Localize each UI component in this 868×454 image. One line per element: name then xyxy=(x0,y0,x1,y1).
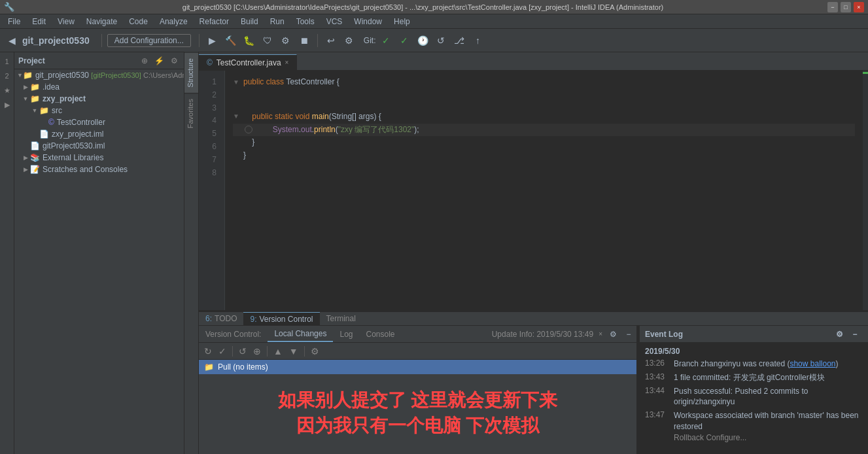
tree-label-tc: TestController xyxy=(57,118,105,127)
minimize-button[interactable]: − xyxy=(827,2,838,12)
vc-tab-console[interactable]: Console xyxy=(359,326,401,342)
menu-code[interactable]: Code xyxy=(124,16,153,27)
tree-arrow-zxy: ▼ xyxy=(21,96,30,102)
menu-edit[interactable]: Edit xyxy=(27,16,51,27)
vc-tab-log[interactable]: Log xyxy=(333,326,359,342)
event-log-gear[interactable]: ⚙ xyxy=(831,326,847,342)
event-sublink-configure[interactable]: Configure... xyxy=(706,433,746,442)
breakpoint-circle[interactable] xyxy=(245,126,252,133)
menu-file[interactable]: File xyxy=(3,16,26,27)
git-history[interactable]: 🕐 xyxy=(415,33,430,48)
vc-revert-btn[interactable]: ↺ xyxy=(236,345,249,358)
git-branches[interactable]: ⎇ xyxy=(451,33,467,48)
annotation-line-2: 因为我只有一个电脑 下次模拟 xyxy=(212,413,623,438)
event-sublink-rollback[interactable]: Rollback xyxy=(674,433,704,442)
tree-item-src[interactable]: ▼ 📁 src xyxy=(14,105,184,116)
vc-gear-icon[interactable]: ⚙ xyxy=(605,326,621,342)
settings-button[interactable]: ⚙ xyxy=(341,33,357,48)
fold-arrow-4[interactable]: ▼ xyxy=(233,111,241,122)
menu-run[interactable]: Run xyxy=(265,16,290,27)
undo-button[interactable]: ↩ xyxy=(323,33,339,48)
line-num-2: 2 xyxy=(199,89,222,102)
vc-up-btn[interactable]: ▲ xyxy=(271,345,285,358)
tree-item-ext-libs[interactable]: ▶ 📚 External Libraries xyxy=(14,152,184,164)
event-log-header: Event Log ⚙ − xyxy=(640,326,868,343)
vc-down-btn[interactable]: ▼ xyxy=(286,345,301,358)
project-filter-btn[interactable]: ⚡ xyxy=(152,56,166,66)
activity-run[interactable]: ▶ xyxy=(1,98,14,111)
menu-window[interactable]: Window xyxy=(349,16,387,27)
git-checkmark1[interactable]: ✓ xyxy=(378,33,394,48)
side-tab-favorites[interactable]: Favorites xyxy=(184,93,198,133)
toolbar-sep-2 xyxy=(199,34,200,47)
vc-commit-btn[interactable]: ✓ xyxy=(216,345,229,358)
project-tree: ▼ 📁 git_project0530 [gitProject0530] C:\… xyxy=(14,69,184,454)
code-content[interactable]: ▼ public class TestController { ▼ xyxy=(225,71,863,310)
close-button[interactable]: × xyxy=(854,2,864,12)
activity-structure[interactable]: 2 xyxy=(1,69,14,82)
event-time-1: 13:26 xyxy=(645,358,670,368)
debug-button[interactable]: 🐛 xyxy=(241,33,257,48)
line-numbers: 1 2 3 4 5 6 7 8 xyxy=(199,71,225,310)
menu-navigate[interactable]: Navigate xyxy=(81,16,122,27)
code-line-1: ▼ public class TestController { xyxy=(233,76,855,89)
bottom-tab-terminal[interactable]: Terminal xyxy=(320,312,362,325)
menu-help[interactable]: Help xyxy=(389,16,415,27)
tree-icon-root: 📁 xyxy=(23,71,33,80)
editor-right-gutter xyxy=(863,71,868,310)
event-log-minus[interactable]: − xyxy=(847,326,863,342)
vc-refresh-btn[interactable]: ↻ xyxy=(201,345,215,358)
menu-analyze[interactable]: Analyze xyxy=(154,16,193,27)
annotation-area: 如果别人提交了 这里就会更新下来 因为我只有一个电脑 下次模拟 xyxy=(199,374,636,451)
stop-button[interactable]: ⏹ xyxy=(296,33,312,48)
tree-item-scratches[interactable]: ▶ 📝 Scratches and Consoles xyxy=(14,164,184,175)
menu-tools[interactable]: Tools xyxy=(291,16,320,27)
tree-item-idea[interactable]: ▶ 📁 .idea xyxy=(14,81,184,93)
code-line-3: ▼ xyxy=(233,99,855,111)
menu-view[interactable]: View xyxy=(52,16,80,27)
tab-close-button[interactable]: × xyxy=(285,59,289,66)
git-share[interactable]: ↑ xyxy=(470,33,485,48)
activity-favorites[interactable]: ★ xyxy=(1,84,14,97)
git-revert[interactable]: ↺ xyxy=(433,33,449,48)
build-button[interactable]: 🔨 xyxy=(223,33,239,48)
tree-item-git-iml[interactable]: ▶ 📄 gitProject0530.iml xyxy=(14,140,184,152)
fold-arrow-1[interactable]: ▼ xyxy=(233,77,241,88)
tree-item-testcontroller[interactable]: ▶ © TestController xyxy=(14,116,184,128)
todo-num: 6: xyxy=(205,314,212,323)
back-button[interactable]: ◀ xyxy=(4,33,20,48)
maximize-button[interactable]: □ xyxy=(841,2,851,12)
vc-diff-btn[interactable]: ⊕ xyxy=(251,345,264,358)
activity-project[interactable]: 1 xyxy=(1,55,14,68)
vc-toolbar: ↻ ✓ ↺ ⊕ ▲ ▼ ⚙ xyxy=(199,343,636,360)
menu-refactor[interactable]: Refactor xyxy=(194,16,234,27)
add-configuration-button[interactable]: Add Configuration... xyxy=(107,34,191,47)
event-item-3: 13:44 Push successful: Pushed 2 commits … xyxy=(640,385,868,410)
tree-icon-idea: 📁 xyxy=(30,82,40,92)
vc-tab-local-changes[interactable]: Local Changes xyxy=(268,326,333,342)
coverage-button[interactable]: 🛡 xyxy=(260,33,275,48)
menu-vcs[interactable]: VCS xyxy=(321,16,348,27)
event-log-body: 2019/5/30 13:26 Branch zhangxinyu was cr… xyxy=(640,343,868,454)
project-settings-btn[interactable]: ⚙ xyxy=(169,56,180,66)
tab-icon: © xyxy=(207,58,213,67)
profile-button[interactable]: ⚙ xyxy=(278,33,294,48)
toolbar: ◀ git_project0530 Add Configuration... ▶… xyxy=(0,29,868,52)
line-num-1: 1 xyxy=(199,76,222,89)
tree-root[interactable]: ▼ 📁 git_project0530 [gitProject0530] C:\… xyxy=(14,69,184,81)
bottom-tab-todo[interactable]: 6: TODO xyxy=(199,312,243,325)
menu-build[interactable]: Build xyxy=(235,16,264,27)
tree-item-zxy[interactable]: ▼ 📁 zxy_project xyxy=(14,93,184,105)
project-new-btn[interactable]: ⊕ xyxy=(139,56,150,66)
side-tab-structure[interactable]: Structure xyxy=(184,52,198,93)
tree-arrow-root: ▼ xyxy=(17,72,23,79)
event-link-1[interactable]: show balloon xyxy=(790,359,835,368)
bottom-tab-version-control[interactable]: 9: Version Control xyxy=(243,312,319,325)
git-checkmark2[interactable]: ✓ xyxy=(396,33,412,48)
tree-item-zxy-iml[interactable]: ▶ 📄 zxy_project.iml xyxy=(14,128,184,140)
vc-settings-btn[interactable]: ⚙ xyxy=(308,345,322,358)
vc-update-close[interactable]: × xyxy=(599,330,602,338)
run-button[interactable]: ▶ xyxy=(205,33,220,48)
vc-minus-icon[interactable]: − xyxy=(621,326,636,342)
tab-testcontroller[interactable]: © TestController.java × xyxy=(199,54,297,70)
